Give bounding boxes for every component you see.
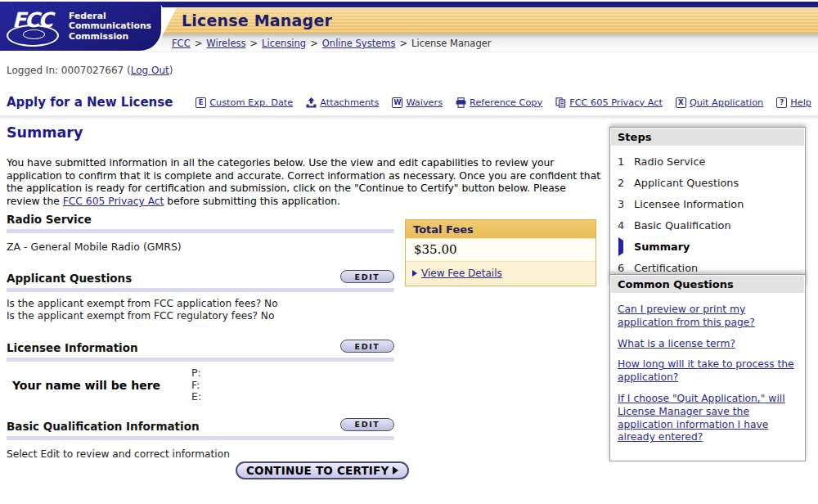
toolbar: Apply for a New License E Custom Exp. Da… (7, 95, 811, 110)
step-item-applicant-questions: 2 Applicant Questions (618, 172, 798, 193)
radio-service-title: Radio Service (7, 213, 92, 226)
total-fees-title: Total Fees (406, 220, 596, 238)
continue-to-certify-button[interactable]: CONTINUE TO CERTIFY (236, 461, 409, 479)
reference-copy-link[interactable]: Reference Copy (456, 97, 542, 108)
common-questions-box: Common Questions Can I preview or print … (609, 274, 806, 461)
common-questions-list: Can I preview or print my application fr… (610, 294, 805, 461)
session-status: Logged In: 0007027667 (Log Out) (7, 65, 173, 76)
step-label: Applicant Questions (634, 177, 739, 189)
step-number: 6 (618, 262, 626, 274)
licensee-information-section: Licensee Information EDIT Your name will… (7, 340, 394, 403)
view-fee-details-link[interactable]: View Fee Details (421, 268, 502, 279)
section-divider (7, 229, 394, 233)
applicant-questions-section: Applicant Questions EDIT Is the applican… (7, 270, 394, 322)
step-label: Summary (634, 241, 690, 253)
quit-application-link[interactable]: X Quit Application (676, 97, 763, 108)
step-label: Certification (634, 262, 698, 274)
applicant-question-2: Is the applicant exempt from FCC regulat… (7, 310, 394, 322)
radio-service-value: ZA - General Mobile Radio (GMRS) (7, 241, 394, 253)
applicant-questions-edit-button[interactable]: EDIT (340, 270, 394, 283)
breadcrumb-separator: > (310, 38, 318, 49)
toolbar-separator (0, 115, 818, 119)
fcc-logo-swoosh-inner (23, 29, 45, 39)
step-label: Radio Service (634, 155, 705, 168)
privacy-act-inline-link[interactable]: FCC 605 Privacy Act (63, 196, 164, 207)
help-label: Help (790, 97, 811, 108)
fcc-org-name: Federal Communications Commission (69, 11, 151, 41)
question-link-preview-print[interactable]: Can I preview or print my application fr… (618, 304, 798, 330)
attachments-label: Attachments (320, 97, 379, 108)
quit-x-icon: X (676, 97, 686, 108)
basic-qualification-edit-button[interactable]: EDIT (340, 418, 394, 431)
arrow-right-icon (412, 270, 417, 277)
breadcrumb-current: License Manager (411, 38, 491, 49)
waiver-w-icon: W (392, 97, 402, 108)
custom-exp-date-link[interactable]: E Custom Exp. Date (196, 97, 293, 108)
gold-title-bar: License Manager (160, 7, 818, 34)
quit-application-label: Quit Application (690, 97, 763, 108)
logged-in-text-close: ) (169, 65, 173, 76)
breadcrumb-link-online-systems[interactable]: Online Systems (322, 38, 396, 49)
email-label: E: (191, 391, 201, 403)
fcc-logo-block: FCC Federal Communications Commission (0, 2, 161, 51)
step-label: Basic Qualification (634, 219, 731, 232)
fax-label: F: (191, 380, 201, 392)
waivers-link[interactable]: W Waivers (392, 97, 443, 108)
continue-to-certify-label: CONTINUE TO CERTIFY (246, 464, 389, 477)
calendar-e-icon: E (196, 97, 206, 108)
printer-icon (456, 97, 466, 108)
total-fees-box: Total Fees $35.00 View Fee Details (405, 219, 596, 286)
intro-paragraph: You have submitted information in all th… (7, 157, 601, 209)
question-link-license-term[interactable]: What is a license term? (618, 338, 798, 351)
breadcrumb-link-licensing[interactable]: Licensing (262, 38, 306, 49)
steps-title: Steps (611, 128, 804, 146)
app-title: License Manager (160, 11, 332, 29)
section-divider (7, 288, 394, 292)
step-number: 2 (618, 177, 626, 189)
reference-copy-label: Reference Copy (470, 97, 542, 108)
log-out-link[interactable]: Log Out (131, 65, 169, 76)
common-questions-title: Common Questions (611, 276, 804, 293)
step-number: 1 (618, 155, 626, 168)
step-item-basic-qualification: 4 Basic Qualification (618, 214, 798, 236)
licensee-contact: P: F: E: (191, 367, 201, 403)
section-divider (7, 358, 394, 362)
licensee-name: Your name will be here (7, 367, 191, 403)
current-step-arrow-icon (618, 241, 626, 253)
basic-qualification-title: Basic Qualification Information (7, 420, 200, 433)
step-item-summary-current: Summary (618, 236, 798, 257)
help-link[interactable]: ? Help (776, 97, 811, 108)
step-item-radio-service: 1 Radio Service (618, 151, 798, 172)
breadcrumb-separator: > (399, 38, 407, 49)
applicant-questions-title: Applicant Questions (7, 272, 132, 285)
summary-sections: Radio Service ZA - General Mobile Radio … (7, 213, 394, 460)
question-link-quit-save[interactable]: If I choose "Quit Application," will Lic… (618, 393, 798, 444)
help-question-icon: ? (776, 97, 787, 108)
attachments-link[interactable]: Attachments (306, 97, 379, 108)
steps-list: 1 Radio Service 2 Applicant Questions 3 … (610, 146, 805, 285)
page-title: Summary (7, 124, 83, 141)
section-divider (7, 436, 394, 440)
question-link-processing-time[interactable]: How long will it take to process the app… (618, 358, 798, 385)
steps-box: Steps 1 Radio Service 2 Applicant Questi… (609, 127, 806, 286)
radio-service-section: Radio Service ZA - General Mobile Radio … (7, 213, 394, 253)
privacy-act-link[interactable]: FCC 605 Privacy Act (555, 97, 663, 108)
documents-icon (555, 97, 566, 108)
upload-icon (306, 97, 317, 108)
step-number: 3 (618, 198, 626, 210)
step-label: Licensee Information (634, 198, 744, 210)
total-fees-amount: $35.00 (406, 238, 596, 262)
intro-text-after: before submitting this application. (164, 196, 339, 207)
breadcrumb-link-wireless[interactable]: Wireless (206, 38, 245, 49)
basic-qualification-note: Select Edit to review and correct inform… (7, 448, 394, 460)
breadcrumb-link-fcc[interactable]: FCC (172, 38, 191, 49)
arrow-right-icon (393, 466, 398, 475)
applicant-question-1: Is the applicant exempt from FCC applica… (7, 298, 394, 310)
licensee-information-edit-button[interactable]: EDIT (340, 340, 394, 353)
custom-exp-date-label: Custom Exp. Date (209, 97, 293, 108)
fcc-logo-icon: FCC (11, 8, 61, 46)
license-manager-page: License Manager FCC>Wireless>Licensing>O… (0, 0, 818, 504)
toolbar-title: Apply for a New License (7, 95, 173, 110)
breadcrumb: FCC>Wireless>Licensing>Online Systems>Li… (172, 38, 492, 49)
basic-qualification-section: Basic Qualification Information EDIT Sel… (7, 418, 394, 460)
